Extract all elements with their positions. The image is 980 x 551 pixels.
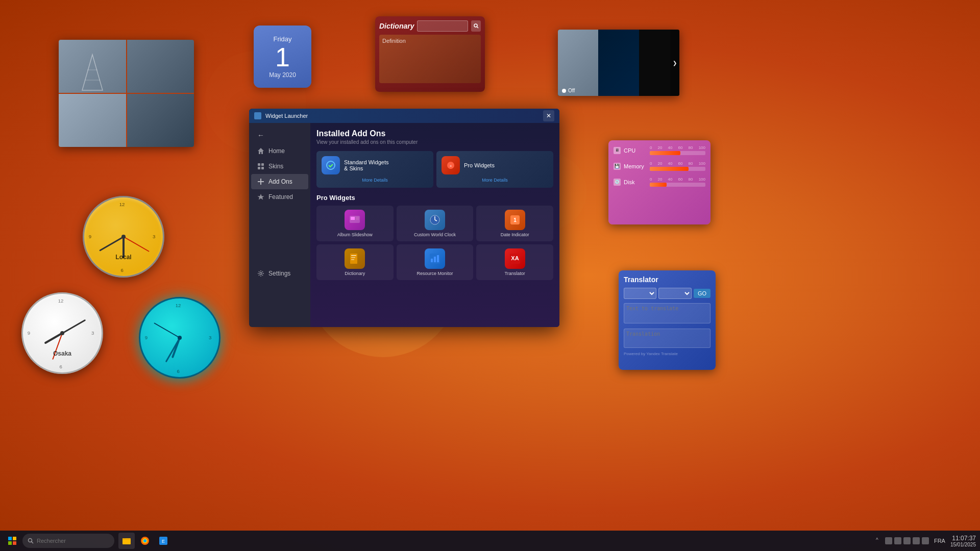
pro-widgets-svg: + (446, 160, 456, 170)
standard-widgets-card[interactable]: Standard Widgets& Skins More Details (316, 151, 433, 188)
pro-widgets-grid: Album Slideshow Custom World Clock (316, 206, 553, 280)
widgets-svg (326, 160, 336, 170)
taskbar-sys-icon-2[interactable] (894, 537, 901, 544)
svg-rect-47 (8, 541, 12, 545)
widget-launcher-window: Widget Launcher ✕ ← Home Skins (249, 109, 559, 327)
cpu-icon: 🖥 (614, 147, 621, 154)
clock-local-face: 12 3 6 9 Local (83, 196, 164, 278)
standard-widgets-more[interactable]: More Details (362, 178, 388, 183)
svg-rect-36 (351, 255, 356, 256)
cpu-scale: 020406080100 (650, 145, 705, 150)
app-icon-3: E (158, 536, 168, 546)
date-indicator-svg: 1 (509, 214, 521, 226)
dict-search-input[interactable] (417, 20, 468, 32)
back-arrow-icon: ← (257, 131, 264, 139)
svg-point-49 (29, 539, 32, 542)
widget-launcher-close-button[interactable]: ✕ (543, 110, 554, 121)
osaka-clock-center (60, 331, 64, 335)
sidebar-spacer (249, 205, 310, 266)
svg-rect-17 (258, 163, 260, 166)
photo-cell-1 (59, 40, 126, 93)
start-button[interactable] (4, 533, 20, 549)
world-clock-icon (425, 210, 445, 230)
svg-rect-37 (351, 257, 355, 258)
disk-bar-container: 020406080100 (650, 177, 705, 187)
taskbar-sys-icon-4[interactable] (913, 537, 920, 544)
taskbar-sys-icon-1[interactable] (885, 537, 892, 544)
taskbar-sys-icon-3[interactable] (903, 537, 911, 544)
sidebar-addons-label: Add Ons (268, 178, 292, 185)
addons-grid: Standard Widgets& Skins More Details + P… (316, 151, 553, 188)
svg-text:XA: XA (511, 255, 519, 261)
wl-page-subtitle: View your installed add ons on this comp… (316, 139, 553, 145)
translator-name: Translator (505, 271, 525, 276)
memory-row: 💾 Memory 020406080100 (614, 161, 705, 171)
taskbar-search-input[interactable] (37, 538, 103, 544)
calendar-day-number: 1 (275, 44, 290, 70)
photo-cell-4 (127, 94, 194, 147)
cyan-clock-center (178, 336, 182, 340)
pro-item-world-clock[interactable]: Custom World Clock (397, 206, 474, 241)
sidebar-featured-label: Featured (268, 193, 293, 201)
photo-widget (59, 40, 194, 147)
dict-search-button[interactable] (471, 20, 481, 32)
cpu-row: 🖥 CPU 020406080100 (614, 145, 705, 155)
taskbar-sys-icon-5[interactable] (922, 537, 929, 544)
file-manager-icon (121, 536, 132, 546)
pro-item-dictionary[interactable]: Dictionary (316, 244, 394, 280)
translator-from-select[interactable] (624, 288, 656, 299)
world-clock-name: Custom World Clock (414, 232, 456, 237)
taskbar-time: 11:07:37 (950, 535, 976, 542)
svg-text:9: 9 (145, 335, 148, 340)
svg-text:3: 3 (209, 335, 211, 340)
taskbar-chevron-icon[interactable]: ^ (876, 537, 883, 544)
taskbar-language: FRA (934, 538, 945, 544)
svg-text:6: 6 (177, 368, 179, 374)
memory-icon: 💾 (614, 163, 621, 170)
slide-next-button[interactable]: ❯ (670, 30, 679, 96)
pro-widgets-header: + Pro Widgets (442, 156, 548, 174)
taskbar-apps: E (118, 533, 172, 549)
pro-item-resource-monitor[interactable]: Resource Monitor (397, 244, 474, 280)
memory-bar-container: 020406080100 (650, 161, 705, 171)
wl-page-title: Installed Add Ons (316, 129, 553, 138)
clock-osaka: 12 3 6 9 Osaka (21, 292, 103, 374)
cpu-bar-bg (650, 151, 705, 155)
pro-widgets-card[interactable]: + Pro Widgets More Details (436, 151, 553, 188)
svg-text:6: 6 (59, 364, 62, 369)
svg-marker-21 (258, 194, 264, 200)
taskbar-app-1[interactable] (118, 533, 135, 549)
translator-widget: Translator GO Powered by Yandex Translat… (619, 270, 716, 370)
sidebar-item-addons[interactable]: Add Ons (251, 174, 308, 189)
sidebar-item-settings[interactable]: Settings (251, 266, 308, 281)
translator-svg: XA (509, 253, 521, 265)
taskbar-search-bar[interactable] (22, 534, 114, 548)
svg-line-50 (32, 542, 34, 544)
taskbar-clock: 11:07:37 15/01/2025 (950, 535, 976, 547)
taskbar-app-2[interactable] (137, 533, 153, 549)
sidebar-item-featured[interactable]: Featured (251, 189, 308, 205)
svg-point-23 (327, 161, 335, 169)
svg-text:3: 3 (153, 234, 155, 239)
resource-monitor-name: Resource Monitor (416, 271, 453, 276)
slide-image-2 (598, 30, 639, 96)
translator-to-select[interactable] (658, 288, 691, 299)
pro-item-date-indicator[interactable]: 1 Date Indicator (476, 206, 553, 241)
standard-widgets-name: Standard Widgets& Skins (344, 159, 388, 171)
pro-item-translator[interactable]: XA Translator (476, 244, 553, 280)
widget-launcher-body: ← Home Skins A (249, 123, 559, 327)
translator-text-input[interactable] (624, 303, 710, 323)
sidebar-back-button[interactable]: ← (251, 127, 308, 143)
disk-scale: 020406080100 (650, 177, 705, 182)
search-icon (474, 23, 479, 29)
taskbar-app-3[interactable]: E (155, 533, 172, 549)
cpu-bar-fill (650, 151, 680, 155)
sidebar-item-skins[interactable]: Skins (251, 159, 308, 174)
svg-text:12: 12 (119, 202, 125, 207)
pro-widgets-more[interactable]: More Details (482, 178, 508, 183)
translator-go-button[interactable]: GO (694, 289, 710, 298)
sidebar-item-home[interactable]: Home (251, 143, 308, 159)
world-clock-svg (429, 214, 441, 226)
svg-rect-20 (261, 167, 264, 169)
pro-item-album-slideshow[interactable]: Album Slideshow (316, 206, 394, 241)
